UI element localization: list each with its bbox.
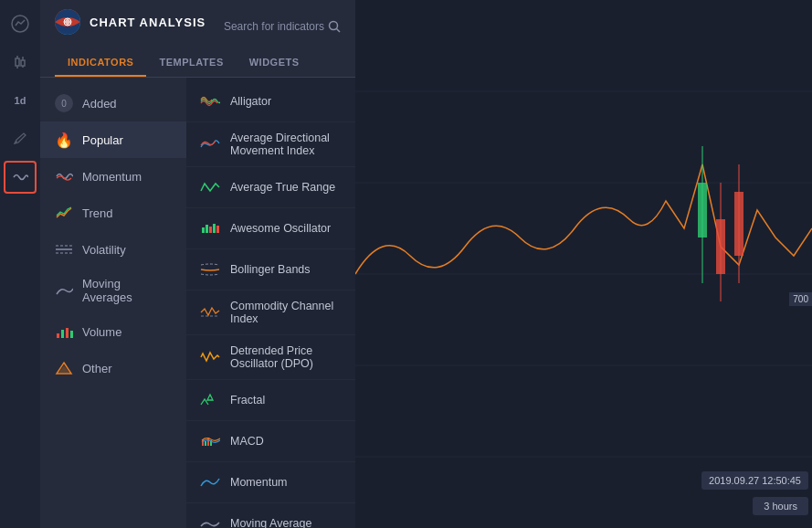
- indicator-item-cci[interactable]: Commodity Channel Index: [186, 290, 355, 335]
- svg-rect-24: [216, 226, 219, 233]
- added-badge: 0: [55, 94, 73, 112]
- category-item-added[interactable]: 0 Added: [40, 85, 186, 121]
- other-icon: [55, 359, 73, 377]
- panel-header: CHART ANALYSIS Search for indicators: [40, 0, 355, 44]
- trend-icon: [55, 204, 73, 222]
- svg-rect-37: [698, 183, 707, 238]
- panel-title: CHART ANALYSIS: [90, 16, 206, 29]
- sidebar-icon-oscillator[interactable]: [4, 161, 37, 194]
- indicator-label-atr: Average True Range: [230, 181, 335, 194]
- indicator-label-macd: MACD: [230, 435, 264, 448]
- svg-rect-15: [61, 330, 64, 338]
- category-item-volatility[interactable]: Volatility: [40, 231, 186, 268]
- svg-rect-22: [209, 227, 212, 233]
- timestamp-badge: 2019.09.27 12:50:45: [701, 471, 808, 490]
- category-item-popular[interactable]: 🔥 Popular: [40, 121, 186, 158]
- panel-title-row: CHART ANALYSIS: [55, 9, 206, 35]
- category-item-volume[interactable]: Volume: [40, 313, 186, 350]
- svg-rect-17: [70, 331, 73, 338]
- indicator-item-alligator[interactable]: Alligator: [186, 81, 355, 122]
- category-label-moving-averages: Moving Averages: [82, 277, 172, 304]
- price-label: 700: [789, 292, 812, 306]
- svg-rect-14: [57, 333, 59, 338]
- indicator-item-fractal[interactable]: Fractal: [186, 380, 355, 421]
- svg-rect-23: [213, 224, 216, 233]
- svg-rect-1: [16, 58, 19, 66]
- atr-icon: [199, 176, 221, 198]
- search-placeholder: Search for indicators: [224, 20, 324, 33]
- ma-icon: [199, 512, 221, 528]
- sidebar-icon-draw[interactable]: [4, 122, 37, 155]
- momentum-icon: [55, 167, 73, 185]
- indicator-item-bb[interactable]: Bollinger Bands: [186, 249, 355, 290]
- indicator-label-cci: Commodity Channel Index: [230, 300, 343, 325]
- flag-icon: [55, 9, 80, 35]
- tab-indicators[interactable]: INDICATORS: [55, 49, 146, 77]
- tab-widgets[interactable]: WIDGETS: [237, 49, 312, 77]
- cci-icon: [199, 301, 221, 323]
- indicator-label-ma: Moving Average: [230, 517, 311, 528]
- momentum-ind-icon: [199, 471, 221, 493]
- sidebar-icon-candle[interactable]: [4, 46, 37, 79]
- tab-bar: INDICATORS TEMPLATES WIDGETS: [40, 49, 355, 78]
- category-item-momentum[interactable]: Momentum: [40, 158, 186, 195]
- indicator-item-macd[interactable]: MACD: [186, 421, 355, 462]
- chart-area: 700 2019.09.27 12:50:45 3 hours: [355, 0, 812, 528]
- ao-icon: [199, 217, 221, 239]
- category-list: 0 Added 🔥 Popular Momentum: [40, 78, 186, 528]
- svg-rect-16: [66, 328, 69, 338]
- moving-averages-icon: [55, 281, 73, 300]
- indicator-label-dpo: Detrended Price Oscillator (DPO): [230, 344, 343, 370]
- macd-icon: [199, 430, 221, 452]
- chart-svg: [355, 0, 812, 528]
- indicator-item-admi[interactable]: Average Directional Movement Index: [186, 122, 355, 167]
- category-item-moving-averages[interactable]: Moving Averages: [40, 268, 186, 313]
- search-area[interactable]: Search for indicators: [224, 20, 341, 33]
- svg-point-9: [330, 22, 338, 30]
- indicator-label-momentum: Momentum: [230, 476, 288, 489]
- category-item-other[interactable]: Other: [40, 350, 186, 386]
- volume-icon: [55, 322, 73, 341]
- svg-rect-41: [734, 192, 743, 256]
- tab-templates[interactable]: TEMPLATES: [146, 49, 236, 77]
- fractal-icon: [199, 389, 221, 411]
- popular-icon: 🔥: [55, 131, 73, 149]
- svg-line-10: [337, 29, 341, 33]
- search-icon[interactable]: [328, 20, 341, 33]
- indicator-label-fractal: Fractal: [230, 394, 265, 407]
- category-label-trend: Trend: [82, 206, 112, 220]
- indicator-label-alligator: Alligator: [230, 95, 271, 108]
- bb-icon: [199, 259, 221, 280]
- sidebar-icon-period[interactable]: 1d: [4, 84, 37, 117]
- category-label-popular: Popular: [82, 133, 123, 147]
- indicator-item-ao[interactable]: Awesome Oscillator: [186, 208, 355, 249]
- indicator-item-ma[interactable]: Moving Average: [186, 503, 355, 528]
- indicator-label-bb: Bollinger Bands: [230, 263, 311, 276]
- alligator-icon: [199, 90, 221, 112]
- dpo-icon: [199, 346, 221, 368]
- svg-marker-26: [207, 395, 213, 400]
- category-label-added: Added: [82, 97, 117, 111]
- indicator-list: Alligator Average Directional Movement I…: [186, 78, 355, 528]
- main-panel: CHART ANALYSIS Search for indicators IND…: [40, 0, 355, 528]
- volatility-icon: [55, 240, 73, 259]
- indicator-item-momentum-ind[interactable]: Momentum: [186, 462, 355, 503]
- indicator-item-atr[interactable]: Average True Range: [186, 167, 355, 208]
- content-area: 0 Added 🔥 Popular Momentum: [40, 78, 355, 528]
- category-label-momentum: Momentum: [82, 170, 142, 184]
- category-item-trend[interactable]: Trend: [40, 195, 186, 231]
- indicator-label-admi: Average Directional Movement Index: [230, 132, 343, 157]
- admi-icon: [199, 133, 221, 155]
- svg-rect-20: [202, 227, 205, 233]
- svg-rect-28: [205, 441, 206, 446]
- added-icon: 0: [55, 94, 73, 112]
- indicator-label-ao: Awesome Oscillator: [230, 222, 331, 235]
- svg-rect-39: [716, 219, 725, 274]
- indicator-item-dpo[interactable]: Detrended Price Oscillator (DPO): [186, 335, 355, 380]
- left-sidebar: 1d: [0, 0, 40, 528]
- time-period-badge: 3 hours: [753, 497, 808, 515]
- sidebar-icon-chart[interactable]: [4, 7, 37, 40]
- period-label: 1d: [15, 95, 26, 106]
- svg-rect-21: [206, 225, 208, 233]
- category-label-other: Other: [82, 362, 112, 375]
